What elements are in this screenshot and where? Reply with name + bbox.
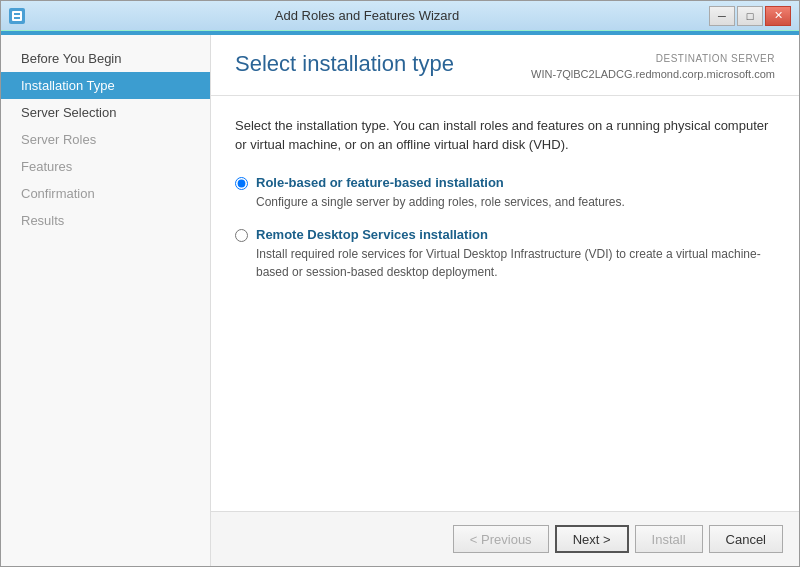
destination-server-info: DESTINATION SERVER WIN-7QlBC2LADCG.redmo… xyxy=(531,51,775,83)
app-icon xyxy=(9,8,25,24)
radio-remote-desktop-content: Remote Desktop Services installation Ins… xyxy=(256,227,775,281)
main-content: Select installation type DESTINATION SER… xyxy=(211,35,799,566)
radio-role-based-title: Role-based or feature-based installation xyxy=(256,175,775,190)
title-bar: Add Roles and Features Wizard ─ □ ✕ xyxy=(1,1,799,31)
next-button[interactable]: Next > xyxy=(555,525,629,553)
option-role-based: Role-based or feature-based installation… xyxy=(235,175,775,211)
destination-server-name: WIN-7QlBC2LADCG.redmond.corp.microsoft.c… xyxy=(531,66,775,83)
sidebar-item-confirmation: Confirmation xyxy=(1,180,210,207)
main-header: Select installation type DESTINATION SER… xyxy=(211,35,799,96)
radio-remote-desktop[interactable] xyxy=(235,229,248,242)
main-body: Select the installation type. You can in… xyxy=(211,96,799,512)
previous-button[interactable]: < Previous xyxy=(453,525,549,553)
radio-role-based-content: Role-based or feature-based installation… xyxy=(256,175,775,211)
minimize-button[interactable]: ─ xyxy=(709,6,735,26)
page-title: Select installation type xyxy=(235,51,454,77)
radio-remote-desktop-description: Install required role services for Virtu… xyxy=(256,245,775,281)
sidebar-item-installation-type[interactable]: Installation Type xyxy=(1,72,210,99)
sidebar-item-before-you-begin[interactable]: Before You Begin xyxy=(1,45,210,72)
sidebar-item-features: Features xyxy=(1,153,210,180)
radio-role-based[interactable] xyxy=(235,177,248,190)
sidebar-item-server-selection[interactable]: Server Selection xyxy=(1,99,210,126)
window-title: Add Roles and Features Wizard xyxy=(25,8,709,23)
option-remote-desktop: Remote Desktop Services installation Ins… xyxy=(235,227,775,281)
svg-rect-1 xyxy=(14,13,20,15)
install-button[interactable]: Install xyxy=(635,525,703,553)
description-text: Select the installation type. You can in… xyxy=(235,116,775,155)
content-area: Before You Begin Installation Type Serve… xyxy=(1,35,799,566)
cancel-button[interactable]: Cancel xyxy=(709,525,783,553)
footer: < Previous Next > Install Cancel xyxy=(211,511,799,566)
window-controls: ─ □ ✕ xyxy=(709,6,791,26)
svg-rect-2 xyxy=(14,17,20,19)
wizard-window: Add Roles and Features Wizard ─ □ ✕ Befo… xyxy=(0,0,800,567)
radio-role-based-description: Configure a single server by adding role… xyxy=(256,193,775,211)
close-button[interactable]: ✕ xyxy=(765,6,791,26)
sidebar: Before You Begin Installation Type Serve… xyxy=(1,35,211,566)
radio-remote-desktop-title: Remote Desktop Services installation xyxy=(256,227,775,242)
svg-rect-0 xyxy=(12,11,22,21)
sidebar-item-results: Results xyxy=(1,207,210,234)
destination-label: DESTINATION SERVER xyxy=(531,51,775,66)
maximize-button[interactable]: □ xyxy=(737,6,763,26)
sidebar-item-server-roles: Server Roles xyxy=(1,126,210,153)
